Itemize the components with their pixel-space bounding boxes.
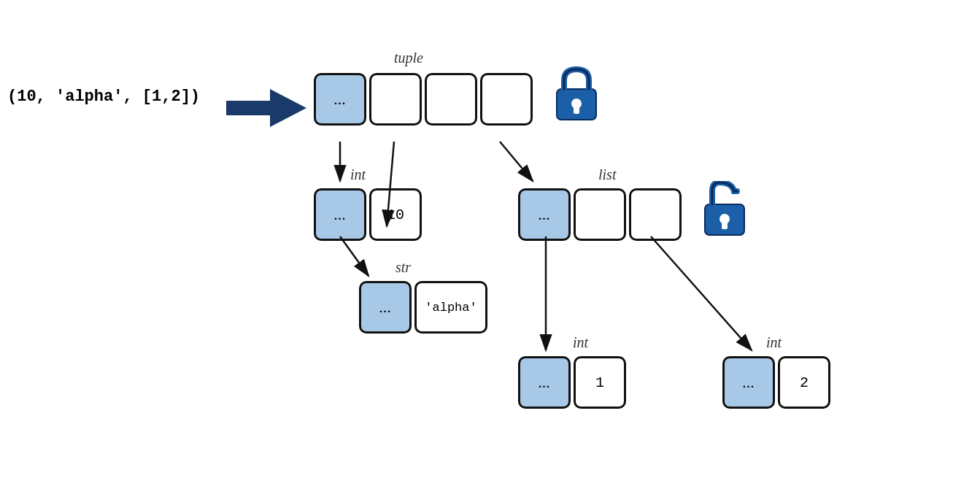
svg-line-5 bbox=[500, 142, 533, 181]
tuple-cell-0: ... bbox=[314, 73, 366, 126]
diagram: (10, 'alpha', [1,2]) tuple ... bbox=[0, 0, 980, 489]
svg-rect-11 bbox=[574, 107, 579, 114]
list-cell-2 bbox=[629, 188, 682, 241]
str-cell-0: ... bbox=[359, 281, 412, 334]
tuple-cell-2 bbox=[425, 73, 477, 126]
svg-marker-2 bbox=[226, 89, 306, 127]
list-cell-1 bbox=[574, 188, 626, 241]
int1-label: int bbox=[350, 166, 366, 183]
list-cell-0: ... bbox=[518, 188, 571, 241]
tuple-cell-3 bbox=[480, 73, 533, 126]
svg-rect-14 bbox=[722, 222, 728, 229]
lock-open-icon bbox=[699, 181, 750, 239]
code-label: (10, 'alpha', [1,2]) bbox=[7, 88, 200, 106]
int2-label: int bbox=[573, 334, 588, 351]
int3-cell-1: 2 bbox=[778, 356, 830, 409]
int-cell-1: 10 bbox=[369, 188, 422, 241]
int2-cell-0: ... bbox=[518, 356, 571, 409]
svg-line-8 bbox=[651, 236, 752, 350]
lock-closed-icon bbox=[551, 66, 602, 124]
tuple-cell-1 bbox=[369, 73, 422, 126]
int-cell-0: ... bbox=[314, 188, 366, 241]
str-label: str bbox=[396, 259, 411, 276]
int3-cell-0: ... bbox=[722, 356, 775, 409]
tuple-label: tuple bbox=[394, 50, 423, 66]
str-cell-1: 'alpha' bbox=[414, 281, 487, 334]
int2-cell-1: 1 bbox=[574, 356, 626, 409]
int3-label: int bbox=[766, 334, 782, 351]
svg-line-6 bbox=[340, 236, 369, 276]
list-label: list bbox=[598, 166, 616, 183]
